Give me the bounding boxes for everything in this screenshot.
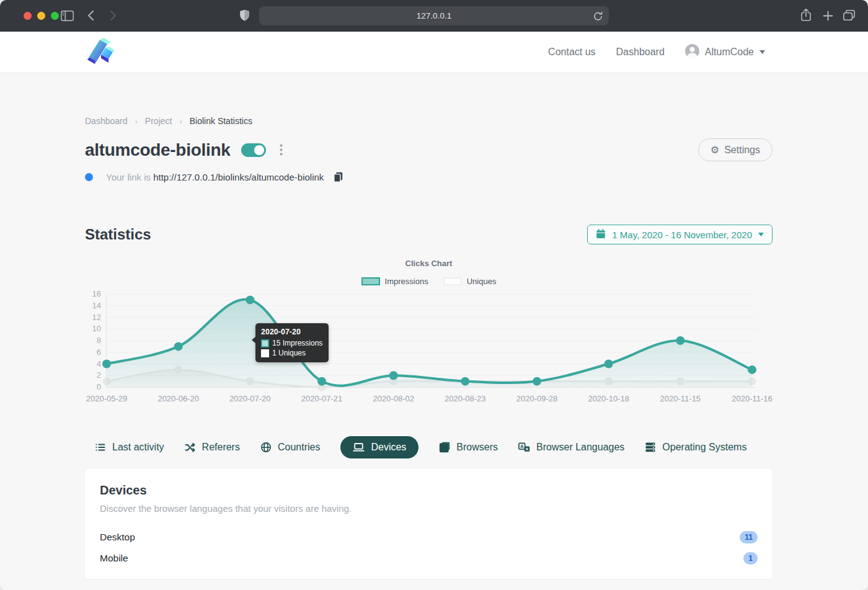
calendar-icon [596, 229, 606, 241]
breadcrumb-item-dashboard[interactable]: Dashboard [85, 116, 128, 126]
new-tab-button[interactable] [823, 11, 833, 21]
breadcrumb-item-project[interactable]: Project [145, 116, 172, 126]
tooltip-row: 15 Impressions [261, 339, 322, 347]
x-tick-label: 2020-05-29 [86, 394, 128, 403]
y-tick-label: 0 [85, 382, 101, 391]
tab-label: Operating Systems [662, 442, 746, 453]
y-tick-label: 10 [85, 324, 101, 333]
page-title: altumcode-biolink [85, 140, 230, 160]
breadcrumb-separator: › [179, 117, 182, 126]
reload-button[interactable] [593, 11, 603, 21]
device-row-desktop: Desktop11 [100, 527, 758, 548]
clicks-chart: Clicks Chart ImpressionsUniques 02468101… [85, 259, 773, 405]
svg-text:A: A [520, 444, 524, 449]
altumcode-logo[interactable] [85, 37, 115, 67]
settings-button-label: Settings [724, 145, 760, 156]
tab-countries[interactable]: Countries [260, 436, 320, 458]
devices-card-subtitle: Discover the browser languages that your… [100, 503, 758, 514]
more-options-button[interactable] [277, 143, 285, 157]
chevron-down-icon [760, 50, 765, 54]
y-tick-label: 4 [85, 359, 101, 369]
tabs-overview-button[interactable] [843, 10, 855, 20]
tooltip-rows: 15 Impressions1 Uniques [261, 339, 322, 357]
globe-icon [260, 442, 272, 453]
zoom-window-button[interactable] [51, 12, 59, 20]
servers-icon [645, 442, 656, 453]
link-url[interactable]: http://127.0.0.1/biolinks/altumcode-biol… [153, 172, 324, 182]
link-label: Your link is [106, 172, 153, 182]
count-badge: 11 [740, 531, 758, 543]
copy-icon[interactable] [334, 172, 343, 182]
legend-label: Impressions [385, 277, 428, 286]
tab-label: Browsers [456, 442, 498, 453]
y-tick-label: 2 [85, 370, 101, 380]
gear-icon: ⚙ [711, 145, 719, 155]
nav-dashboard[interactable]: Dashboard [616, 47, 665, 58]
url-text: 127.0.0.1 [417, 11, 451, 20]
legend-swatch-uniques [443, 277, 462, 285]
chart-tooltip: 2020-07-20 15 Impressions1 Uniques [255, 323, 329, 362]
tab-label: Countries [278, 442, 320, 453]
header-nav: Contact us Dashboard AltumCode [548, 44, 765, 61]
sidebar-toggle-icon[interactable] [61, 11, 74, 21]
x-tick-label: 2020-07-20 [229, 394, 271, 403]
tab-browser-languages[interactable]: A★Browser Languages [518, 436, 624, 458]
user-menu-label: AltumCode [705, 47, 754, 58]
x-tick-label: 2020-06-20 [157, 394, 199, 403]
settings-button[interactable]: ⚙ Settings [698, 138, 773, 161]
x-tick-label: 2020-09-28 [516, 394, 558, 403]
legend-item-impressions[interactable]: Impressions [361, 277, 428, 286]
legend-item-uniques[interactable]: Uniques [443, 277, 497, 286]
count-badge: 1 [743, 552, 758, 565]
legend-label: Uniques [467, 277, 497, 286]
close-window-button[interactable] [24, 12, 32, 20]
data-point-impressions [461, 377, 469, 386]
tooltip-date: 2020-07-20 [261, 328, 322, 336]
legend-swatch-impressions [361, 277, 380, 285]
browser-window: 127.0.0.1 [0, 0, 868, 590]
tab-label: Referers [202, 442, 240, 453]
user-menu[interactable]: AltumCode [685, 44, 765, 61]
status-dot [85, 173, 93, 181]
avatar [685, 44, 699, 61]
privacy-shield-icon [239, 9, 250, 22]
back-button[interactable] [87, 10, 94, 21]
tab-last-activity[interactable]: Last activity [95, 436, 164, 458]
devices-card: Devices Discover the browser languages t… [85, 468, 773, 579]
tooltip-swatch [261, 349, 269, 357]
tab-label: Last activity [112, 442, 164, 453]
x-tick-label: 2020-11-16 [732, 394, 773, 403]
address-bar[interactable]: 127.0.0.1 [259, 6, 609, 25]
y-tick-label: 16 [85, 289, 101, 298]
tab-devices[interactable]: Devices [340, 436, 418, 458]
chart-svg[interactable] [107, 294, 752, 387]
tab-operating-systems[interactable]: Operating Systems [645, 436, 746, 458]
data-point-impressions [533, 377, 541, 386]
chart-plot-area[interactable]: 0246810121416 2020-07-20 15 Impressions1… [85, 294, 773, 387]
tab-referers[interactable]: Referers [185, 436, 240, 458]
tab-label: Devices [371, 442, 406, 453]
chart-title: Clicks Chart [85, 259, 773, 268]
forward-button[interactable] [110, 10, 117, 21]
data-point-impressions [174, 342, 183, 351]
date-range-label: 1 May, 2020 - 16 November, 2020 [612, 230, 752, 240]
y-tick-label: 12 [85, 313, 101, 322]
breadcrumb: Dashboard›Project›Biolink Statistics [85, 116, 773, 126]
x-tick-label: 2020-08-23 [445, 394, 486, 403]
date-range-picker[interactable]: 1 May, 2020 - 16 November, 2020 [587, 225, 773, 244]
data-point-impressions [389, 371, 398, 380]
devices-card-title: Devices [100, 483, 758, 498]
tab-browsers[interactable]: Browsers [439, 436, 498, 458]
biolink-enabled-toggle[interactable] [241, 143, 266, 157]
share-button[interactable] [800, 8, 812, 22]
x-tick-label: 2020-10-18 [588, 394, 629, 403]
site-header: Contact us Dashboard AltumCode [0, 32, 868, 73]
nav-contact-us[interactable]: Contact us [548, 47, 595, 58]
shuffle-icon [185, 442, 196, 453]
minimize-window-button[interactable] [37, 12, 45, 20]
breadcrumb-separator: › [135, 117, 138, 126]
x-axis: 2020-05-292020-06-202020-07-202020-07-21… [85, 394, 773, 405]
y-tick-label: 14 [85, 301, 101, 310]
breadcrumb-item-biolink-statistics: Biolink Statistics [190, 116, 252, 126]
statistics-tabs: Last activityReferersCountriesDevicesBro… [85, 436, 773, 458]
